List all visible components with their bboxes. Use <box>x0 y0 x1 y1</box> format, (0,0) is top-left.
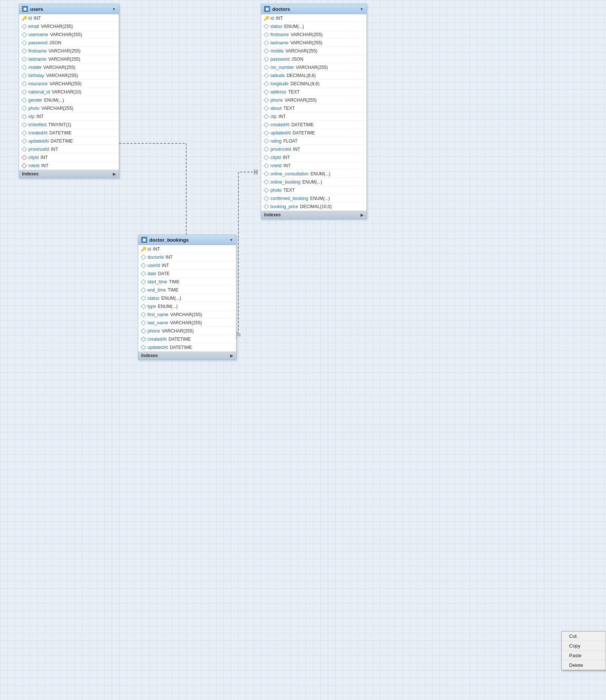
context-menu-paste[interactable]: Paste <box>562 651 606 661</box>
diamond-icon <box>22 97 27 102</box>
context-menu: Cut Copy Paste Delete <box>561 631 606 670</box>
table-row[interactable]: gender ENUM(...) <box>19 96 119 104</box>
context-menu-cut[interactable]: Cut <box>562 631 606 641</box>
doctors-dropdown-arrow[interactable]: ▼ <box>360 7 364 11</box>
table-row[interactable]: photo TEXT <box>261 186 367 194</box>
diamond-icon <box>264 48 269 53</box>
table-row[interactable]: username VARCHAR(255) <box>19 31 119 39</box>
table-row[interactable]: mobile VARCHAR(255) <box>261 47 367 55</box>
diamond-icon <box>22 32 27 37</box>
users-table[interactable]: ▦ users ▼ 🔑 id INT email VARCHAR(255) us… <box>19 4 119 178</box>
table-row[interactable]: online_consultation ENUM(...) <box>261 170 367 178</box>
users-indexes[interactable]: Indexes ▶ <box>19 170 119 178</box>
table-row[interactable]: email VARCHAR(255) <box>19 22 119 31</box>
table-row[interactable]: rating FLOAT <box>261 137 367 145</box>
doctor-bookings-table-title: doctor_bookings <box>149 237 188 243</box>
doctors-indexes[interactable]: Indexes ▶ <box>261 211 367 219</box>
table-row[interactable]: phone VARCHAR(255) <box>261 96 367 104</box>
context-menu-copy[interactable]: Copy <box>562 641 606 651</box>
table-row[interactable]: provinceId INT <box>261 145 367 153</box>
diamond-icon <box>264 32 269 37</box>
table-row[interactable]: password JSON <box>19 39 119 47</box>
diamond-icon <box>264 89 269 94</box>
table-row[interactable]: 🔑 id INT <box>261 14 367 22</box>
diamond-icon <box>264 56 269 61</box>
table-row[interactable]: start_time TIME <box>138 278 236 286</box>
table-row[interactable]: address TEXT <box>261 88 367 96</box>
indexes-arrow: ▶ <box>113 172 116 176</box>
diamond-icon <box>141 262 146 268</box>
table-row[interactable]: insurance VARCHAR(255) <box>19 80 119 88</box>
table-row[interactable]: 🔑 id INT <box>138 245 236 253</box>
diamond-icon <box>22 56 27 61</box>
doctors-table[interactable]: ▦ doctors ▼ 🔑 id INT status ENUM(...) fi… <box>261 4 367 219</box>
diamond-icon <box>264 122 269 127</box>
table-row[interactable]: birthday VARCHAR(255) <box>19 71 119 80</box>
table-row[interactable]: end_time TIME <box>138 286 236 294</box>
table-row[interactable]: longitude DECIMAL(9,6) <box>261 80 367 88</box>
table-row[interactable]: createdAt DATETIME <box>138 335 236 343</box>
context-menu-delete[interactable]: Delete <box>562 661 606 670</box>
diamond-icon <box>264 73 269 78</box>
doctors-table-title: doctors <box>272 6 290 12</box>
table-row[interactable]: firstname VARCHAR(255) <box>261 31 367 39</box>
indexes-arrow: ▶ <box>361 213 364 217</box>
table-row[interactable]: national_id VARCHAR(10) <box>19 88 119 96</box>
diamond-icon <box>264 114 269 119</box>
table-row[interactable]: latitude DECIMAL(8,6) <box>261 71 367 80</box>
diamond-icon <box>264 105 269 111</box>
table-row[interactable]: firstname VARCHAR(255) <box>19 47 119 55</box>
table-row[interactable]: password JSON <box>261 55 367 63</box>
table-row[interactable]: isVerified TINYINT(1) <box>19 121 119 129</box>
table-row[interactable]: about TEXT <box>261 104 367 112</box>
doctor-bookings-indexes[interactable]: Indexes ▶ <box>138 351 236 360</box>
table-row[interactable]: updatedAt DATETIME <box>138 343 236 351</box>
table-row[interactable]: roleId INT <box>19 162 119 170</box>
table-row[interactable]: last_name VARCHAR(255) <box>138 319 236 327</box>
table-row[interactable]: online_booking ENUM(...) <box>261 178 367 186</box>
table-row[interactable]: booking_price DECIMAL(10,0) <box>261 203 367 211</box>
table-row[interactable]: photo VARCHAR(255) <box>19 104 119 112</box>
table-row[interactable]: 🔑 id INT <box>19 14 119 22</box>
diamond-icon <box>141 312 146 317</box>
diamond-icon <box>22 40 27 45</box>
doctor-bookings-dropdown-arrow[interactable]: ▼ <box>229 238 233 242</box>
table-row[interactable]: type ENUM(...) <box>138 302 236 311</box>
diamond-icon <box>264 171 269 176</box>
table-row[interactable]: status ENUM(...) <box>138 294 236 302</box>
table-row[interactable]: otp INT <box>261 112 367 121</box>
table-row[interactable]: mc_number VARCHAR(255) <box>261 63 367 71</box>
table-row[interactable]: updatedAt DATETIME <box>19 137 119 145</box>
table-row[interactable]: lastname VARCHAR(255) <box>19 55 119 63</box>
table-row[interactable]: cityId INT <box>19 153 119 162</box>
table-row[interactable]: roleId INT <box>261 162 367 170</box>
doctor-bookings-table-header[interactable]: ▦ doctor_bookings ▼ <box>138 235 236 245</box>
table-row[interactable]: cityId INT <box>261 153 367 162</box>
diamond-icon <box>264 138 269 143</box>
table-row[interactable]: phone VARCHAR(255) <box>138 327 236 335</box>
doctor-bookings-table[interactable]: ▦ doctor_bookings ▼ 🔑 id INT doctorId IN… <box>138 235 237 360</box>
diamond-icon <box>264 81 269 86</box>
table-row[interactable]: updatedAt DATETIME <box>261 129 367 137</box>
table-row[interactable]: first_name VARCHAR(255) <box>138 311 236 319</box>
table-row[interactable]: userId INT <box>138 261 236 270</box>
diamond-icon <box>22 114 27 119</box>
table-row[interactable]: otp INT <box>19 112 119 121</box>
users-dropdown-arrow[interactable]: ▼ <box>112 7 116 11</box>
table-row[interactable]: lastname VARCHAR(255) <box>261 39 367 47</box>
table-row[interactable]: createdAt DATETIME <box>19 129 119 137</box>
doctors-table-header[interactable]: ▦ doctors ▼ <box>261 4 367 14</box>
users-table-header[interactable]: ▦ users ▼ <box>19 4 119 14</box>
table-row[interactable]: status ENUM(...) <box>261 22 367 31</box>
indexes-label: Indexes <box>264 212 281 217</box>
table-row[interactable]: confirmed_booking ENUM(...) <box>261 194 367 203</box>
table-row[interactable]: date DATE <box>138 270 236 278</box>
diamond-icon <box>264 146 269 152</box>
table-row[interactable]: mobile VARCHAR(255) <box>19 63 119 71</box>
diamond-teal-icon <box>141 336 146 341</box>
diamond-icon <box>141 279 146 284</box>
table-row[interactable]: doctorId INT <box>138 253 236 261</box>
table-row[interactable]: createdAt DATETIME <box>261 121 367 129</box>
diamond-icon <box>22 64 27 70</box>
table-row[interactable]: provinceId INT <box>19 145 119 153</box>
